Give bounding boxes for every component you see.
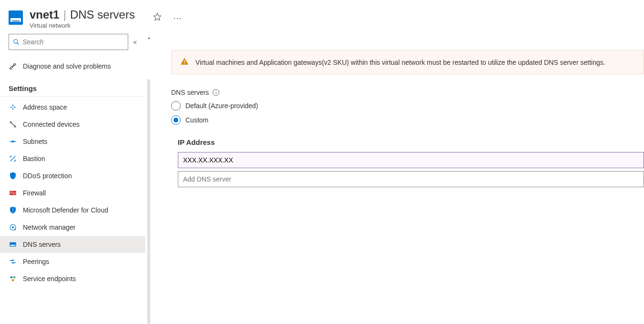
info-icon[interactable]: i — [213, 89, 219, 96]
defender-icon — [9, 206, 17, 214]
radio-default[interactable]: Default (Azure-provided) — [171, 101, 644, 111]
more-button[interactable]: ⋯ — [171, 12, 184, 24]
sidebar-item-firewall[interactable]: Firewall — [0, 184, 145, 202]
add-dns-server-input[interactable] — [178, 171, 644, 187]
svg-point-12 — [14, 229, 16, 231]
sidebar-item-bastion[interactable]: Bastion — [0, 150, 145, 167]
wrench-icon — [9, 62, 17, 71]
sidebar-item-label: Connected devices — [23, 121, 80, 128]
svg-point-3 — [10, 122, 11, 123]
chevron-double-left-icon: « — [133, 38, 137, 46]
page-subtitle: DNS servers — [70, 9, 135, 21]
dns-radio-group: Default (Azure-provided) Custom — [171, 101, 644, 125]
sidebar-item-connected-devices[interactable]: Connected devices — [0, 116, 145, 133]
connected-devices-icon — [9, 120, 17, 129]
sidebar-item-service-endpoints[interactable]: Service endpoints — [0, 270, 145, 287]
sidebar-item-label: Bastion — [23, 155, 45, 162]
radio-custom[interactable]: Custom — [171, 115, 644, 125]
radio-label: Custom — [185, 116, 208, 124]
svg-marker-0 — [153, 13, 161, 20]
search-input[interactable] — [22, 38, 124, 46]
bastion-icon — [9, 154, 17, 163]
scrollbar-track — [147, 79, 150, 324]
ip-address-header: IP Address — [178, 138, 644, 146]
address-space-icon — [9, 103, 17, 111]
search-box[interactable] — [9, 34, 128, 50]
sidebar-item-label: Peerings — [23, 258, 49, 265]
svg-point-4 — [14, 126, 16, 127]
svg-point-5 — [12, 141, 14, 142]
page-title: vnet1 | DNS servers — [30, 9, 135, 21]
warning-text: Virtual machines and Application gateway… — [195, 59, 605, 66]
svg-rect-19 — [184, 63, 185, 64]
svg-point-1 — [14, 40, 18, 43]
firewall-icon — [9, 189, 17, 197]
vnet-icon — [9, 10, 23, 25]
radio-icon — [171, 115, 181, 125]
sidebar-item-defender[interactable]: Microsoft Defender for Cloud — [0, 202, 145, 219]
main-content: Virtual machines and Application gateway… — [152, 34, 644, 324]
radio-icon — [171, 101, 181, 111]
sidebar-item-label: Address space — [23, 103, 67, 111]
collapse-sidebar-button[interactable]: « — [133, 38, 137, 46]
sidebar-item-label: Network manager — [23, 223, 76, 231]
svg-line-2 — [17, 43, 19, 45]
sidebar-item-label: DNS servers — [23, 241, 61, 248]
sidebar-section-settings: Settings — [0, 75, 145, 97]
search-icon — [13, 39, 20, 45]
sidebar-item-label: Microsoft Defender for Cloud — [23, 206, 108, 214]
sidebar-item-diagnose[interactable]: Diagnose and solve problems — [0, 58, 145, 75]
page-header: vnet1 | DNS servers Virtual network ⋯ — [0, 0, 644, 34]
svg-rect-18 — [184, 61, 185, 63]
svg-point-17 — [12, 279, 14, 282]
dns-icon — [9, 240, 17, 249]
svg-point-15 — [10, 276, 13, 279]
sidebar-item-dns-servers[interactable]: DNS servers — [0, 236, 145, 253]
sidebar-item-label: Subnets — [23, 138, 47, 145]
sidebar-item-subnets[interactable]: Subnets — [0, 133, 145, 150]
title-separator: | — [61, 9, 69, 21]
sidebar-item-ddos[interactable]: DDoS protection — [0, 167, 145, 184]
scroll-up-icon: ▴ — [148, 34, 150, 41]
favorite-button[interactable] — [151, 11, 164, 24]
warning-banner: Virtual machines and Application gateway… — [171, 50, 644, 74]
radio-label: Default (Azure-provided) — [185, 102, 258, 110]
sidebar-nav: Diagnose and solve problems Settings Add… — [0, 55, 145, 287]
ip-address-input[interactable] — [178, 152, 644, 168]
svg-point-16 — [13, 276, 16, 279]
subnets-icon — [9, 137, 17, 146]
warning-icon — [180, 57, 189, 67]
sidebar-item-label: Diagnose and solve problems — [23, 62, 111, 70]
sidebar-item-address-space[interactable]: Address space — [0, 99, 145, 116]
resource-name: vnet1 — [30, 9, 60, 21]
sidebar: « Diagnose and solve problems Settings A… — [0, 34, 145, 324]
svg-rect-14 — [10, 245, 16, 246]
svg-rect-13 — [10, 243, 16, 247]
sidebar-scrollbar[interactable]: ▴ — [145, 34, 152, 324]
resource-type: Virtual network — [30, 22, 135, 29]
sidebar-item-peerings[interactable]: Peerings — [0, 253, 145, 270]
sidebar-item-label: Service endpoints — [23, 275, 76, 283]
service-endpoints-icon — [9, 274, 17, 283]
peerings-icon — [9, 257, 17, 266]
star-icon — [153, 12, 162, 21]
dns-servers-label: DNS servers — [171, 89, 209, 96]
sidebar-item-label: Firewall — [23, 189, 46, 197]
sidebar-item-network-manager[interactable]: Network manager — [0, 219, 145, 236]
network-manager-icon — [9, 223, 17, 232]
sidebar-item-label: DDoS protection — [23, 172, 72, 180]
svg-point-11 — [12, 227, 14, 228]
ellipsis-icon: ⋯ — [173, 13, 182, 23]
shield-icon — [9, 172, 17, 180]
